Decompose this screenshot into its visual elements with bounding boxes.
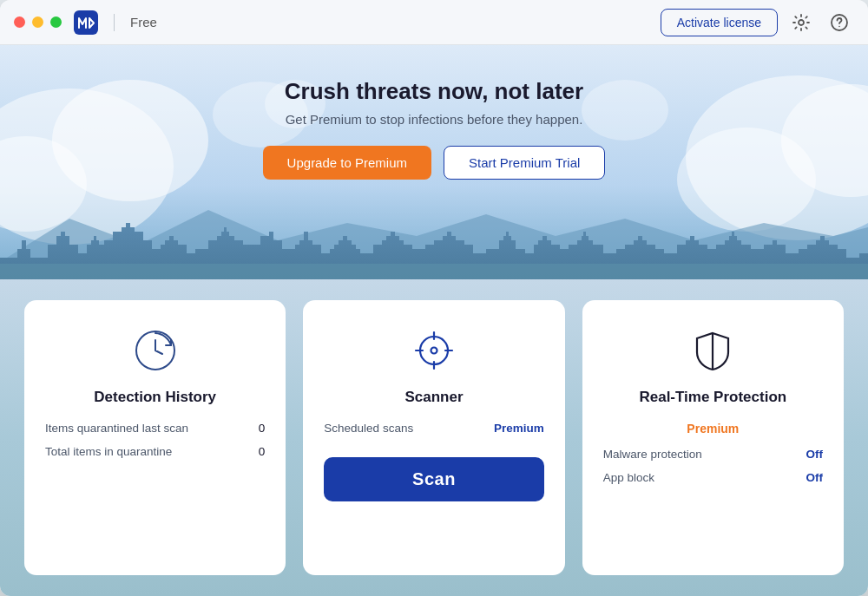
app-block-label: App block [603, 471, 654, 484]
logo-divider [114, 14, 115, 31]
upgrade-button[interactable]: Upgrade to Premium [263, 146, 431, 180]
main-window: Free Activate license [0, 0, 868, 596]
total-quarantine-label: Total items in quarantine [45, 445, 172, 458]
scanner-title: Scanner [404, 389, 463, 406]
svg-rect-14 [0, 264, 868, 279]
crosshair-icon [411, 327, 457, 374]
detection-history-card: Detection History Items quarantined last… [24, 300, 286, 575]
app-block-value: Off [806, 471, 823, 484]
malware-protection-row: Malware protection Off [603, 448, 823, 461]
hero-banner: Crush threats now, not later Get Premium… [0, 45, 868, 279]
app-logo [74, 10, 98, 35]
scanner-card: Scanner Scheduled scans Premium Scan [303, 300, 564, 575]
gear-icon [792, 13, 811, 32]
svg-point-13 [582, 80, 668, 141]
malware-protection-label: Malware protection [603, 448, 702, 461]
svg-point-3 [838, 25, 840, 27]
titlebar-actions: Activate license [661, 8, 854, 37]
scheduled-scans-label: Scheduled scans [324, 422, 413, 435]
trial-button[interactable]: Start Premium Trial [444, 146, 605, 180]
svg-point-21 [431, 348, 437, 354]
malware-protection-value: Off [806, 448, 823, 461]
svg-point-9 [781, 84, 868, 197]
scan-button[interactable]: Scan [324, 457, 543, 501]
logo-area: Free [74, 10, 157, 35]
total-quarantine-row: Total items in quarantine 0 [45, 445, 265, 458]
scheduled-scans-value: Premium [494, 422, 544, 435]
close-button[interactable] [14, 16, 25, 28]
clock-icon [133, 328, 178, 373]
minimize-button[interactable] [32, 16, 43, 28]
svg-point-16 [420, 337, 448, 364]
scheduled-scans-row: Scheduled scans Premium [324, 422, 543, 435]
activate-license-button[interactable]: Activate license [661, 9, 778, 36]
titlebar: Free Activate license [0, 0, 868, 45]
detection-history-title: Detection History [94, 389, 216, 406]
detection-history-rows: Items quarantined last scan 0 Total item… [45, 422, 265, 458]
protection-premium-label: Premium [687, 422, 739, 436]
help-button[interactable] [825, 8, 854, 37]
protection-icon-container [687, 324, 739, 377]
detection-history-icon [129, 324, 181, 377]
traffic-lights [14, 16, 62, 28]
scanner-icon-container [408, 324, 460, 377]
quarantine-last-scan-value: 0 [259, 422, 266, 435]
total-quarantine-value: 0 [259, 445, 266, 458]
shield-icon [690, 328, 735, 373]
quarantine-last-scan-label: Items quarantined last scan [45, 422, 188, 435]
hero-buttons: Upgrade to Premium Start Premium Trial [263, 146, 606, 180]
settings-button[interactable] [786, 8, 816, 37]
app-block-row: App block Off [603, 471, 823, 484]
maximize-button[interactable] [50, 16, 62, 28]
cards-section: Detection History Items quarantined last… [0, 279, 868, 596]
scanner-rows: Scheduled scans Premium [324, 422, 543, 435]
svg-point-1 [799, 20, 804, 25]
protection-title: Real-Time Protection [639, 389, 786, 406]
protection-rows: Malware protection Off App block Off [603, 448, 823, 484]
svg-point-6 [52, 80, 208, 201]
real-time-protection-card: Real-Time Protection Premium Malware pro… [582, 300, 844, 575]
quarantine-last-scan-row: Items quarantined last scan 0 [45, 422, 265, 435]
cityscape-silhouette [0, 193, 868, 279]
hero-subtitle: Get Premium to stop infections before th… [286, 112, 583, 127]
hero-title: Crush threats now, not later [285, 78, 583, 105]
question-icon [830, 13, 849, 32]
app-tier-label: Free [130, 15, 157, 29]
